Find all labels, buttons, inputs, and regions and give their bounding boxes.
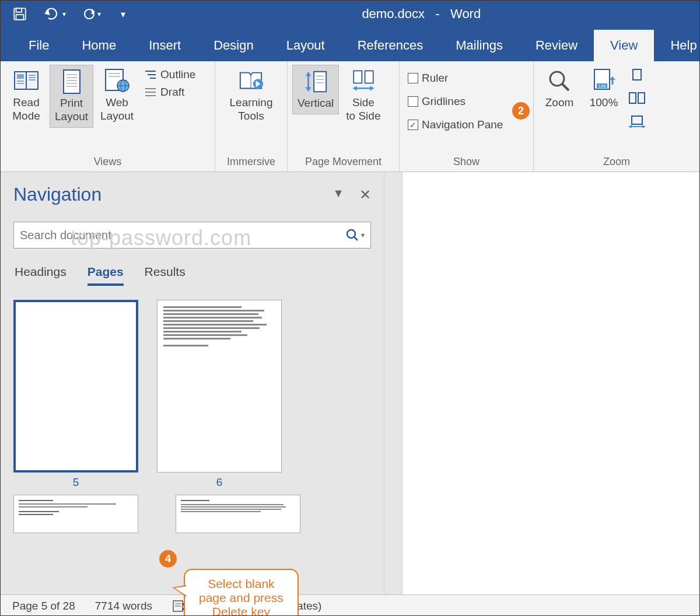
zoom-label: Zoom [545, 96, 574, 110]
tab-file[interactable]: File [12, 30, 65, 61]
tab-layout[interactable]: Layout [270, 30, 341, 61]
tab-design[interactable]: Design [197, 30, 270, 61]
tab-references[interactable]: References [341, 30, 440, 61]
svg-marker-57 [642, 125, 646, 128]
svg-rect-51 [633, 69, 641, 80]
gridlines-checkbox[interactable]: Gridlines [405, 94, 505, 109]
tab-pages[interactable]: Pages [88, 265, 124, 286]
zoom-button[interactable]: Zoom [538, 65, 580, 113]
status-words[interactable]: 7714 words [95, 600, 152, 612]
web-layout-label: Web Layout [100, 96, 134, 123]
page-width-icon[interactable] [628, 115, 646, 130]
nav-dropdown-icon[interactable]: ▼ [332, 187, 344, 203]
group-zoom-label: Zoom [538, 153, 695, 172]
svg-rect-53 [638, 93, 645, 103]
tab-review[interactable]: Review [519, 30, 594, 61]
svg-rect-39 [354, 71, 362, 83]
undo-icon[interactable]: ▾ [44, 8, 66, 20]
page-thumbnail-8[interactable] [176, 495, 300, 533]
svg-marker-37 [306, 72, 312, 76]
outline-button[interactable]: Outline [142, 67, 198, 82]
side-to-side-label: Side to Side [346, 96, 380, 123]
hundred-percent-button[interactable]: 100 100% [583, 65, 625, 113]
draft-icon [144, 86, 157, 98]
page-thumbnail-6[interactable] [157, 300, 282, 473]
status-bar: Page 5 of 28 7714 words English (United … [1, 594, 699, 616]
checkbox-icon [408, 73, 418, 83]
document-area [384, 172, 699, 594]
navigation-title: Navigation [13, 184, 332, 205]
ribbon-tabs: File Home Insert Design Layout Reference… [1, 27, 699, 61]
hundred-icon: 100 [591, 68, 617, 94]
tab-results[interactable]: Results [145, 265, 186, 286]
page-thumbnail-5[interactable] [13, 300, 138, 473]
vertical-button[interactable]: Vertical [292, 65, 339, 114]
multi-page-icon[interactable] [628, 92, 646, 107]
svg-rect-6 [17, 74, 24, 79]
document-page[interactable] [402, 172, 699, 594]
print-layout-button[interactable]: Print Layout [50, 65, 93, 128]
group-views-label: Views [5, 153, 210, 172]
svg-rect-12 [64, 70, 80, 93]
tab-home[interactable]: Home [65, 30, 132, 61]
svg-text:100: 100 [598, 83, 606, 89]
learning-tools-button[interactable]: Learning Tools [225, 65, 278, 127]
web-layout-icon [104, 68, 130, 94]
vertical-icon [303, 69, 328, 94]
app-name: Word [450, 6, 481, 21]
tab-headings[interactable]: Headings [15, 265, 66, 286]
group-immersive-label: Immersive [220, 153, 282, 172]
svg-point-44 [550, 72, 564, 86]
nav-close-icon[interactable]: ✕ [359, 187, 371, 203]
read-mode-button[interactable]: Read Mode [5, 65, 47, 127]
navigation-pane-checkbox[interactable]: ✓ Navigation Pane [405, 117, 505, 132]
read-mode-icon [13, 68, 39, 94]
status-page[interactable]: Page 5 of 28 [12, 600, 75, 612]
window-title: demo.docx - Word [362, 6, 481, 22]
vertical-label: Vertical [298, 97, 334, 110]
one-page-icon[interactable] [628, 68, 646, 83]
svg-marker-38 [306, 88, 312, 92]
svg-marker-56 [628, 125, 632, 128]
document-name: demo.docx [362, 6, 425, 21]
svg-rect-2 [16, 15, 24, 20]
save-icon[interactable] [12, 6, 27, 22]
search-icon[interactable]: ▾ [346, 229, 365, 242]
search-box[interactable]: ▾ [13, 222, 371, 249]
group-show: Ruler Gridlines ✓ Navigation Pane 2 Show [400, 61, 534, 172]
badge-4: 4 [159, 550, 177, 568]
title-bar: ▾ ▾ ▾ demo.docx - Word [1, 1, 699, 27]
thumb-number: 5 [73, 476, 79, 489]
group-show-label: Show [404, 153, 528, 172]
page-thumbnail-7[interactable] [13, 495, 138, 533]
tab-mailings[interactable]: Mailings [439, 30, 519, 61]
tab-insert[interactable]: Insert [132, 30, 197, 61]
tab-view[interactable]: View [594, 30, 654, 61]
zoom-icon [547, 68, 572, 94]
draft-button[interactable]: Draft [142, 85, 198, 100]
ruler-checkbox[interactable]: Ruler [405, 71, 505, 86]
ribbon: Read Mode Print Layout Web Layout Outlin… [1, 61, 699, 172]
svg-marker-43 [370, 86, 374, 91]
side-to-side-icon [351, 68, 376, 94]
svg-rect-32 [314, 72, 326, 92]
checkbox-icon [408, 96, 418, 107]
callout-text: Select blank page and press Delete key [199, 577, 284, 616]
checkbox-checked-icon: ✓ [408, 120, 418, 130]
svg-rect-40 [365, 71, 373, 83]
search-input[interactable] [20, 229, 346, 242]
tab-help[interactable]: Help [654, 30, 700, 61]
group-immersive: Learning Tools Immersive [215, 61, 288, 172]
svg-rect-1 [16, 8, 22, 12]
qat-customize-icon[interactable]: ▾ [121, 9, 125, 20]
svg-rect-52 [629, 93, 636, 103]
learning-tools-label: Learning Tools [230, 96, 273, 123]
outline-icon [144, 69, 157, 80]
side-to-side-button[interactable]: Side to Side [341, 65, 385, 127]
web-layout-button[interactable]: Web Layout [96, 65, 138, 127]
redo-icon[interactable]: ▾ [82, 7, 101, 21]
thumbnails: 5 6 [13, 300, 371, 583]
badge-2: 2 [512, 102, 530, 120]
nav-tabs: Headings Pages Results [13, 265, 371, 286]
thumb-number: 6 [216, 476, 223, 489]
